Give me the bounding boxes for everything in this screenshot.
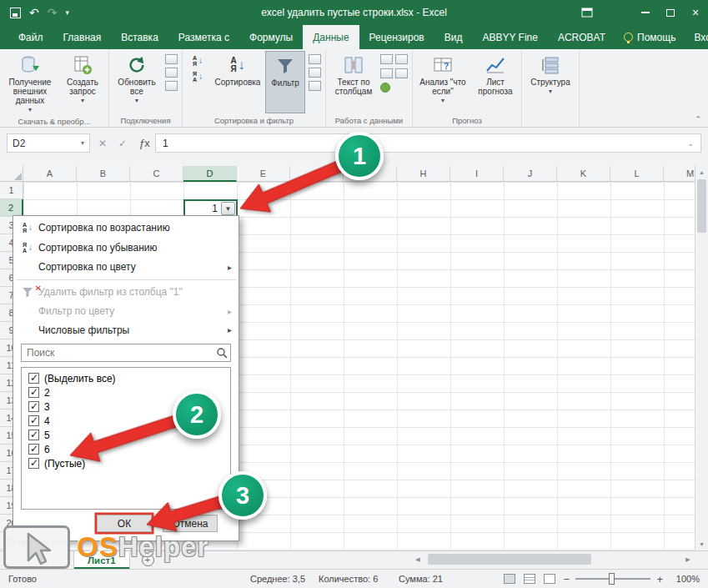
checkbox-checked-icon[interactable] bbox=[28, 373, 39, 384]
column-header-I[interactable]: I bbox=[450, 166, 504, 182]
checkbox-checked-icon[interactable] bbox=[28, 415, 39, 426]
scroll-up-icon[interactable]: ▲ bbox=[695, 166, 708, 178]
filter-search-box[interactable] bbox=[21, 344, 231, 362]
row-header-1[interactable]: 1 bbox=[0, 182, 23, 199]
text-to-columns-button[interactable]: Текст по столбцам bbox=[329, 51, 379, 113]
relationships-icon[interactable] bbox=[380, 83, 390, 93]
close-button[interactable]: × bbox=[683, 0, 708, 25]
remove-duplicates-icon[interactable] bbox=[380, 68, 393, 78]
minimize-button[interactable] bbox=[633, 0, 658, 25]
checkbox-checked-icon[interactable] bbox=[28, 401, 39, 412]
confirm-entry-icon[interactable]: ✓ bbox=[118, 138, 127, 149]
tab-Главная[interactable]: Главная bbox=[53, 25, 112, 49]
menu-item-sort-by-color[interactable]: Сортировка по цвету ▸ bbox=[13, 257, 239, 277]
tab-Вставка[interactable]: Вставка bbox=[111, 25, 168, 49]
column-header-F[interactable]: F bbox=[290, 166, 344, 182]
horizontal-scroll-track[interactable] bbox=[424, 551, 681, 568]
column-header-L[interactable]: L bbox=[610, 166, 664, 182]
insert-function-icon[interactable]: ƒx bbox=[138, 137, 150, 149]
normal-view-icon[interactable] bbox=[504, 574, 515, 584]
customize-toolbar-icon[interactable]: ▾ bbox=[65, 8, 69, 17]
name-box-caret-icon[interactable]: ▾ bbox=[81, 139, 84, 147]
menu-item-sort-ascending[interactable]: АЯ↓ Сортировка по возрастанию bbox=[13, 218, 239, 238]
consolidate-icon[interactable] bbox=[395, 68, 408, 78]
edit-links-icon[interactable] bbox=[165, 81, 178, 91]
page-layout-view-icon[interactable] bbox=[524, 574, 535, 584]
filter-checkbox-6[interactable]: 6 bbox=[23, 442, 228, 456]
checkbox-checked-icon[interactable] bbox=[28, 387, 39, 398]
reapply-filter-icon[interactable] bbox=[309, 68, 321, 78]
select-all-corner[interactable] bbox=[0, 166, 23, 182]
formula-input[interactable]: 1 ⌄ bbox=[155, 133, 701, 153]
sort-button[interactable]: АЯ↓ Сортировка bbox=[212, 51, 264, 113]
collapse-ribbon-icon[interactable]: ⌃ bbox=[695, 115, 701, 123]
outline-button[interactable]: Структура▾ bbox=[525, 51, 576, 113]
cancel-button[interactable]: Отмена bbox=[163, 515, 218, 532]
get-external-data-button[interactable]: Получение внешних данных▾ bbox=[3, 51, 58, 115]
tab-ABBYY Fine[interactable]: ABBYY Fine bbox=[472, 25, 547, 49]
tab-Рецензиров[interactable]: Рецензиров bbox=[359, 25, 434, 49]
redo-icon[interactable]: ↷ bbox=[48, 7, 58, 18]
properties-icon[interactable] bbox=[165, 68, 178, 78]
filter-checkbox-select-all[interactable]: (Выделить все) bbox=[23, 371, 228, 385]
sort-ascending-icon[interactable]: АЯ↓ bbox=[187, 54, 208, 67]
sort-descending-icon[interactable]: ЯА↓ bbox=[187, 70, 208, 83]
data-validation-icon[interactable] bbox=[395, 54, 408, 64]
scroll-left-icon[interactable]: ◀ bbox=[411, 551, 424, 568]
maximize-button[interactable] bbox=[658, 0, 683, 25]
vertical-scroll-thumb[interactable] bbox=[697, 179, 706, 233]
horizontal-scrollbar[interactable]: ◀ ▶ bbox=[411, 551, 695, 568]
zoom-out-icon[interactable]: − bbox=[564, 573, 570, 585]
save-icon[interactable] bbox=[10, 8, 21, 18]
menu-item-filter-by-color[interactable]: Фильтр по цвету ▸ bbox=[13, 302, 239, 321]
column-header-A[interactable]: A bbox=[23, 166, 77, 182]
forecast-sheet-button[interactable]: Лист прогноза bbox=[472, 51, 519, 113]
filter-button[interactable]: Фильтр bbox=[265, 51, 305, 113]
zoom-slider-thumb[interactable] bbox=[609, 573, 615, 585]
what-if-analysis-button[interactable]: ? Анализ "что если"▾ bbox=[415, 51, 470, 113]
tab-ACROBAT[interactable]: ACROBAT bbox=[548, 25, 615, 49]
menu-item-sort-descending[interactable]: ЯА↓ Сортировка по убыванию bbox=[13, 238, 239, 258]
tab-help[interactable]: Помощь bbox=[615, 25, 684, 49]
ribbon-display-options-icon[interactable] bbox=[575, 0, 600, 25]
tab-Формулы[interactable]: Формулы bbox=[239, 25, 303, 49]
page-break-view-icon[interactable] bbox=[544, 574, 555, 584]
scroll-down-icon[interactable]: ▼ bbox=[695, 538, 708, 550]
scroll-right-icon[interactable]: ▶ bbox=[681, 551, 695, 568]
filter-search-input[interactable] bbox=[27, 347, 216, 359]
expand-formula-bar-icon[interactable]: ⌄ bbox=[687, 139, 694, 148]
menu-item-number-filters[interactable]: Числовые фильтры ▸ bbox=[13, 321, 239, 340]
checkbox-checked-icon[interactable] bbox=[28, 444, 39, 455]
vertical-scrollbar[interactable]: ▲ ▼ bbox=[695, 166, 708, 550]
column-header-E[interactable]: E bbox=[237, 166, 290, 182]
tab-Вид[interactable]: Вид bbox=[434, 25, 473, 49]
zoom-slider[interactable] bbox=[575, 578, 650, 580]
tab-Разметка с[interactable]: Разметка с bbox=[168, 25, 239, 49]
new-query-button[interactable]: Создать запрос▾ bbox=[59, 51, 106, 115]
checkbox-checked-icon[interactable] bbox=[28, 430, 39, 440]
name-box[interactable]: D2 ▾ bbox=[7, 133, 90, 153]
filter-dropdown-button[interactable]: ▼ bbox=[221, 202, 235, 215]
undo-icon[interactable]: ↶ bbox=[29, 7, 39, 18]
checkbox-checked-icon[interactable] bbox=[28, 458, 39, 469]
advanced-filter-icon[interactable] bbox=[309, 81, 321, 91]
column-header-B[interactable]: B bbox=[77, 166, 130, 182]
filter-checkbox-blanks[interactable]: (Пустые) bbox=[23, 456, 228, 470]
tab-file[interactable]: Файл bbox=[8, 25, 53, 49]
tab-Данные[interactable]: Данные bbox=[303, 25, 359, 49]
flash-fill-icon[interactable] bbox=[380, 54, 393, 64]
zoom-in-icon[interactable]: + bbox=[656, 573, 663, 585]
sign-in-button[interactable]: Вход bbox=[684, 25, 708, 49]
column-header-K[interactable]: K bbox=[557, 166, 610, 182]
column-header-C[interactable]: C bbox=[130, 166, 183, 182]
cancel-entry-icon[interactable]: ✕ bbox=[98, 138, 107, 149]
clear-filter-icon[interactable] bbox=[309, 54, 321, 64]
zoom-level[interactable]: 100% bbox=[671, 574, 700, 584]
column-header-M[interactable]: M bbox=[664, 166, 695, 182]
refresh-all-button[interactable]: Обновить все▾ bbox=[112, 51, 162, 113]
ok-button[interactable]: ОК bbox=[97, 515, 152, 532]
column-header-D[interactable]: D bbox=[183, 166, 237, 182]
horizontal-scroll-thumb[interactable] bbox=[428, 554, 591, 565]
column-header-H[interactable]: H bbox=[397, 166, 450, 182]
menu-item-clear-filter[interactable]: ✕ Удалить фильтр из столбца "1" bbox=[13, 283, 239, 302]
